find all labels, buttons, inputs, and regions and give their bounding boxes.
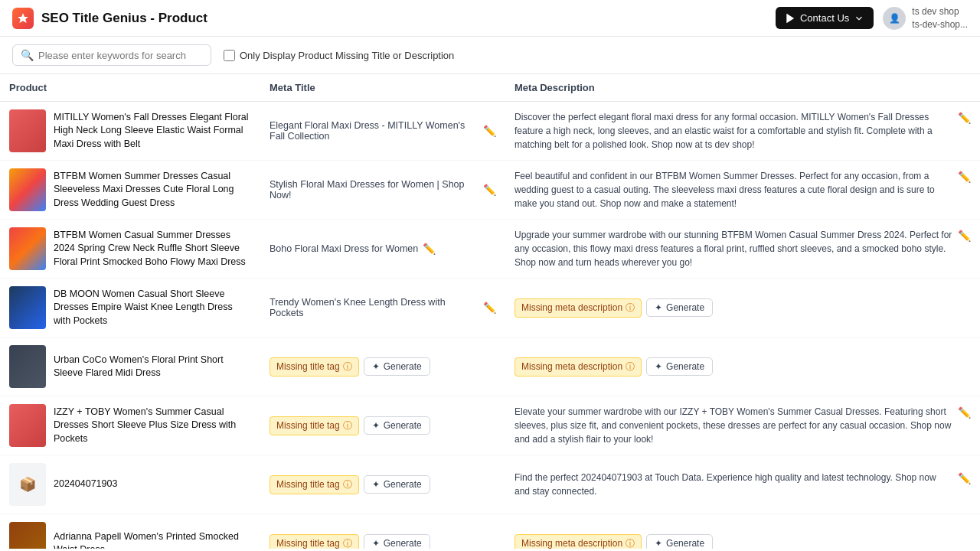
product-name: BTFBM Women Summer Dresses Casual Sleeve… bbox=[54, 170, 251, 210]
generate-title-label: Generate bbox=[384, 479, 422, 490]
product-image bbox=[9, 227, 46, 270]
product-name: BTFBM Women Casual Summer Dresses 2024 S… bbox=[54, 229, 251, 269]
missing-title-badge: Missing title tag ⓘ bbox=[270, 534, 359, 549]
header: SEO Title Genius - Product Contact Us 👤 … bbox=[0, 0, 980, 37]
generate-desc-label: Generate bbox=[666, 361, 704, 372]
meta-desc-edit-icon[interactable]: ✏️ bbox=[958, 228, 971, 244]
info-icon-desc: ⓘ bbox=[626, 360, 635, 373]
info-icon-desc: ⓘ bbox=[626, 537, 635, 549]
meta-title-cell: Stylish Floral Maxi Dresses for Women | … bbox=[260, 161, 505, 220]
meta-desc-edit-icon[interactable]: ✏️ bbox=[958, 471, 971, 487]
col-header-meta-desc: Meta Description bbox=[505, 74, 980, 102]
generate-title-button[interactable]: ✦ Generate bbox=[364, 357, 430, 376]
product-image bbox=[9, 286, 46, 329]
table-row: DB MOON Women Casual Short Sleeve Dresse… bbox=[0, 279, 980, 337]
meta-title-cell: Missing title tag ⓘ ✦ Generate bbox=[260, 396, 505, 455]
logo-icon bbox=[12, 8, 34, 29]
generate-icon-desc: ✦ bbox=[655, 538, 662, 549]
meta-title-text: Boho Floral Maxi Dress for Women bbox=[270, 243, 418, 254]
generate-title-button[interactable]: ✦ Generate bbox=[364, 534, 430, 549]
meta-desc-cell: Upgrade your summer wardrobe with our st… bbox=[505, 220, 980, 279]
generate-icon: ✦ bbox=[372, 361, 380, 372]
generate-desc-button[interactable]: ✦ Generate bbox=[646, 534, 713, 549]
missing-title-badge: Missing title tag ⓘ bbox=[270, 416, 359, 435]
table-wrap: Product Meta Title Meta Description MITI… bbox=[0, 74, 980, 549]
meta-desc-cell: Missing meta description ⓘ ✦ Generate bbox=[505, 514, 980, 549]
generate-icon: ✦ bbox=[372, 479, 380, 490]
meta-desc-cell: Elevate your summer wardrobe with our IZ… bbox=[505, 396, 980, 455]
product-name: DB MOON Women Casual Short Sleeve Dresse… bbox=[54, 288, 251, 328]
product-name: Adrianna Papell Women's Printed Smocked … bbox=[54, 530, 251, 549]
product-cell: IZZY + TOBY Women's Summer Casual Dresse… bbox=[0, 396, 260, 455]
meta-desc-cell: Feel beautiful and confident in our BTFB… bbox=[505, 161, 980, 220]
table-row: Urban CoCo Women's Floral Print Short Sl… bbox=[0, 337, 980, 396]
meta-desc-edit-icon[interactable]: ✏️ bbox=[958, 169, 971, 185]
generate-icon: ✦ bbox=[372, 538, 380, 549]
meta-desc-text: Find the perfect 202404071903 at Touch D… bbox=[514, 471, 953, 498]
table-row: BTFBM Women Casual Summer Dresses 2024 S… bbox=[0, 220, 980, 279]
missing-desc-badge: Missing meta description ⓘ bbox=[514, 357, 642, 377]
product-name: 202404071903 bbox=[54, 478, 117, 491]
missing-desc-text: Missing meta description bbox=[521, 302, 622, 313]
svg-marker-0 bbox=[18, 13, 28, 23]
meta-desc-cell: Missing meta description ⓘ ✦ Generate bbox=[505, 337, 980, 396]
product-image bbox=[9, 522, 46, 549]
generate-icon-desc: ✦ bbox=[655, 361, 662, 372]
col-header-meta-title: Meta Title bbox=[260, 74, 505, 102]
products-table: Product Meta Title Meta Description MITI… bbox=[0, 74, 980, 549]
product-name: Urban CoCo Women's Floral Print Short Sl… bbox=[54, 354, 251, 380]
meta-title-text: Stylish Floral Maxi Dresses for Women | … bbox=[270, 179, 479, 201]
missing-desc-badge: Missing meta description ⓘ bbox=[514, 298, 642, 318]
filter-checkbox[interactable] bbox=[224, 50, 235, 61]
search-input-wrap[interactable]: 🔍 bbox=[12, 44, 211, 66]
product-cell: Urban CoCo Women's Floral Print Short Sl… bbox=[0, 337, 260, 396]
info-icon: ⓘ bbox=[343, 478, 352, 491]
meta-desc-text: Discover the perfect elegant floral maxi… bbox=[514, 110, 953, 152]
meta-title-cell: Trendy Women's Knee Length Dress with Po… bbox=[260, 279, 505, 337]
info-icon: ⓘ bbox=[343, 419, 352, 432]
meta-desc-cell: Missing meta description ⓘ ✦ Generate bbox=[505, 279, 980, 337]
generate-title-label: Generate bbox=[384, 420, 422, 431]
missing-title-text: Missing title tag bbox=[276, 361, 340, 372]
header-right: Contact Us 👤 ts dev shop ts-dev-shop... bbox=[776, 5, 968, 31]
user-info: 👤 ts dev shop ts-dev-shop... bbox=[883, 5, 968, 31]
avatar: 👤 bbox=[883, 7, 906, 30]
meta-title-cell: Boho Floral Maxi Dress for Women ✏️ bbox=[260, 220, 505, 279]
search-input[interactable] bbox=[38, 50, 203, 61]
table-row: IZZY + TOBY Women's Summer Casual Dresse… bbox=[0, 396, 980, 455]
generate-desc-button[interactable]: ✦ Generate bbox=[646, 357, 713, 376]
meta-title-edit-icon[interactable]: ✏️ bbox=[483, 125, 496, 137]
generate-title-button[interactable]: ✦ Generate bbox=[364, 416, 430, 435]
meta-desc-text: Elevate your summer wardrobe with our IZ… bbox=[514, 405, 953, 446]
table-row: BTFBM Women Summer Dresses Casual Sleeve… bbox=[0, 161, 980, 220]
header-left: SEO Title Genius - Product bbox=[12, 8, 207, 29]
generate-title-button[interactable]: ✦ Generate bbox=[364, 475, 430, 494]
filter-checkbox-label[interactable]: Only Display Product Missing Title or De… bbox=[224, 50, 454, 61]
product-image bbox=[9, 109, 46, 152]
search-icon: 🔍 bbox=[21, 49, 34, 61]
missing-title-text: Missing title tag bbox=[276, 538, 340, 549]
meta-title-edit-icon[interactable]: ✏️ bbox=[483, 184, 496, 196]
table-row: 📦 202404071903 Missing title tag ⓘ ✦ Gen… bbox=[0, 455, 980, 514]
contact-us-button[interactable]: Contact Us bbox=[776, 7, 874, 29]
meta-title-cell: Missing title tag ⓘ ✦ Generate bbox=[260, 514, 505, 549]
meta-title-text: Elegant Floral Maxi Dress - MITILLY Wome… bbox=[270, 120, 479, 142]
col-header-product: Product bbox=[0, 74, 260, 102]
page-title: SEO Title Genius - Product bbox=[41, 11, 207, 26]
meta-desc-text: Feel beautiful and confident in our BTFB… bbox=[514, 169, 953, 210]
toolbar: 🔍 Only Display Product Missing Title or … bbox=[0, 37, 980, 74]
meta-title-edit-icon[interactable]: ✏️ bbox=[483, 302, 496, 314]
meta-desc-edit-icon[interactable]: ✏️ bbox=[958, 110, 971, 126]
product-cell: 📦 202404071903 bbox=[0, 455, 260, 514]
generate-desc-button[interactable]: ✦ Generate bbox=[646, 298, 713, 317]
product-name: IZZY + TOBY Women's Summer Casual Dresse… bbox=[54, 406, 251, 446]
meta-title-edit-icon[interactable]: ✏️ bbox=[423, 243, 436, 255]
product-cell: DB MOON Women Casual Short Sleeve Dresse… bbox=[0, 279, 260, 337]
generate-icon: ✦ bbox=[372, 420, 380, 431]
meta-desc-edit-icon[interactable]: ✏️ bbox=[958, 405, 971, 421]
product-cell: BTFBM Women Summer Dresses Casual Sleeve… bbox=[0, 161, 260, 220]
product-cell: BTFBM Women Casual Summer Dresses 2024 S… bbox=[0, 220, 260, 279]
meta-title-cell: Missing title tag ⓘ ✦ Generate bbox=[260, 455, 505, 514]
info-icon: ⓘ bbox=[343, 537, 352, 549]
product-cell: Adrianna Papell Women's Printed Smocked … bbox=[0, 514, 260, 549]
